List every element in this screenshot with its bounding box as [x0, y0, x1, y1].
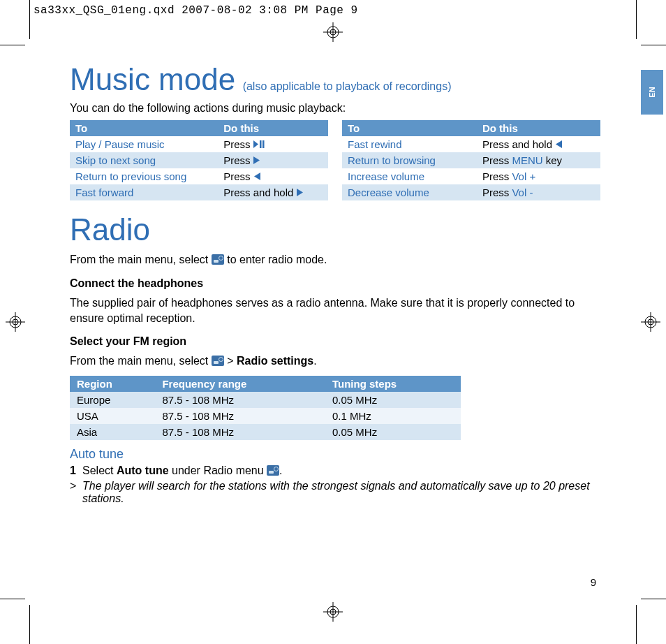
radio-icon	[267, 465, 279, 476]
table-row: Fast rewindPress and hold	[342, 136, 600, 152]
play-pause-icon	[253, 139, 265, 150]
do-cell: Press	[218, 152, 328, 168]
music-intro-text: You can do the following actions during …	[70, 102, 607, 115]
registration-mark-left	[6, 312, 25, 332]
action-cell: Return to browsing	[342, 152, 477, 168]
th-frequency: Frequency range	[155, 376, 325, 392]
svg-rect-16	[260, 140, 262, 148]
table-row: Return to previous songPress	[70, 168, 328, 184]
page-content: EN Music mode (also applicable to playba…	[70, 64, 607, 505]
controls-table-right: ToDo this Fast rewindPress and hold Retu…	[342, 120, 600, 200]
select-region-head: Select your FM region	[70, 335, 607, 348]
th-region: Region	[70, 376, 155, 392]
table-row: Asia87.5 - 108 MHz0.05 MHz	[70, 424, 461, 440]
table-row: USA87.5 - 108 MHz0.1 MHz	[70, 408, 461, 424]
do-cell: Press Vol -	[477, 184, 600, 200]
select-region-intro: From the main menu, select > Radio setti…	[70, 353, 607, 369]
heading-radio: Radio	[70, 213, 607, 247]
action-cell: Skip to next song	[70, 152, 218, 168]
page-number: 9	[591, 576, 596, 588]
action-cell: Fast rewind	[342, 136, 477, 152]
cell: 87.5 - 108 MHz	[155, 392, 325, 408]
prev-icon	[253, 171, 260, 182]
cell: Europe	[70, 392, 155, 408]
auto-tune-head: Auto tune	[70, 447, 607, 462]
cell: 0.1 MHz	[325, 408, 461, 424]
action-cell: Fast forward	[70, 184, 218, 200]
cell: 87.5 - 108 MHz	[155, 408, 325, 424]
th-do: Do this	[477, 120, 600, 136]
action-cell: Play / Pause music	[70, 136, 218, 152]
th-to: To	[70, 120, 218, 136]
cell: 0.05 MHz	[325, 424, 461, 440]
registration-mark-bottom	[323, 602, 343, 622]
step-1: 1 Select Auto tune under Radio menu .	[70, 464, 607, 477]
registration-mark-top	[323, 22, 343, 42]
key-label: MENU	[512, 154, 542, 166]
radio-icon	[212, 254, 224, 265]
th-tuning: Tuning steps	[325, 376, 461, 392]
heading-music-mode: Music mode	[70, 62, 235, 96]
table-row: Fast forwardPress and hold	[70, 184, 328, 200]
section-music: Music mode (also applicable to playback …	[70, 64, 607, 200]
action-cell: Return to previous song	[70, 168, 218, 184]
cell: 0.05 MHz	[325, 392, 461, 408]
do-cell: Press	[218, 168, 328, 184]
connect-headphones-body: The supplied pair of headphones serves a…	[70, 295, 607, 325]
th-do: Do this	[218, 120, 328, 136]
cell: USA	[70, 408, 155, 424]
language-tab: EN	[641, 70, 663, 115]
svg-rect-17	[262, 140, 265, 148]
th-to: To	[342, 120, 477, 136]
table-row: Increase volumePress Vol +	[342, 168, 600, 184]
do-cell: Press and hold	[218, 184, 328, 200]
do-cell: Press and hold	[477, 136, 600, 152]
table-row: Decrease volumePress Vol -	[342, 184, 600, 200]
do-cell: Press Vol +	[477, 168, 600, 184]
cell: 87.5 - 108 MHz	[155, 424, 325, 440]
radio-intro: From the main menu, select to enter radi…	[70, 252, 607, 268]
do-cell: Press MENU key	[477, 152, 600, 168]
cell: Asia	[70, 424, 155, 440]
key-label: Vol -	[512, 186, 533, 198]
do-cell: Press	[218, 136, 328, 152]
registration-mark-right	[641, 312, 660, 332]
key-label: Vol +	[512, 170, 535, 182]
table-row: Europe87.5 - 108 MHz0.05 MHz	[70, 392, 461, 408]
heading-music-subtitle: (also applicable to playback of recordin…	[243, 80, 452, 92]
radio-icon	[212, 356, 224, 366]
step-result: > The player will search for the station…	[70, 480, 607, 505]
connect-headphones-head: Connect the headphones	[70, 277, 607, 290]
print-slug: sa33xx_QSG_01eng.qxd 2007-08-02 3:08 PM …	[34, 4, 358, 17]
action-cell: Decrease volume	[342, 184, 477, 200]
region-table: Region Frequency range Tuning steps Euro…	[70, 376, 461, 440]
section-radio: Radio From the main menu, select to ente…	[70, 213, 607, 505]
action-cell: Increase volume	[342, 168, 477, 184]
table-row: Play / Pause musicPress	[70, 136, 328, 152]
table-row: Return to browsingPress MENU key	[342, 152, 600, 168]
table-row: Skip to next songPress	[70, 152, 328, 168]
next-icon	[253, 155, 260, 166]
prev-icon	[555, 139, 562, 150]
controls-table-left: ToDo this Play / Pause musicPress Skip t…	[70, 120, 328, 200]
next-icon	[297, 187, 304, 198]
